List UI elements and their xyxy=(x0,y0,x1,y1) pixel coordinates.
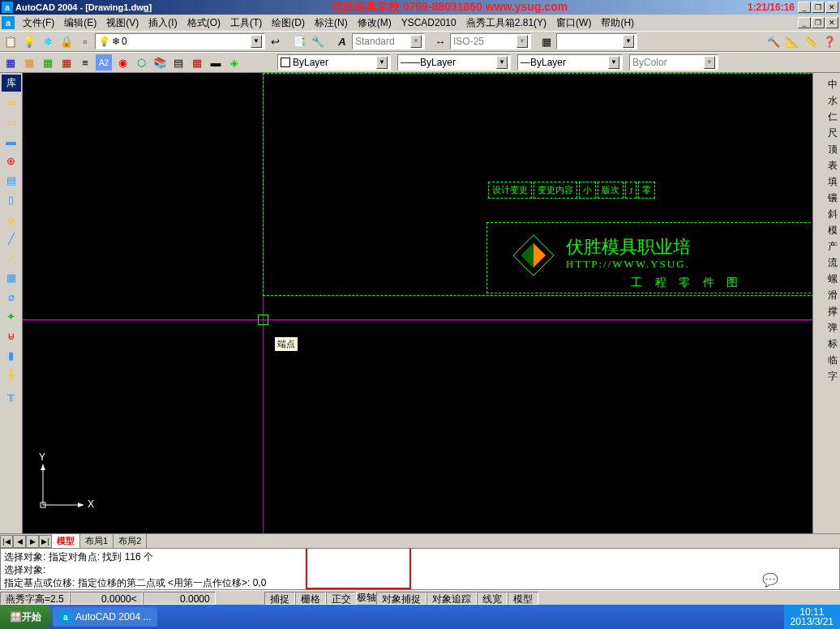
grid1-icon[interactable]: ▦ xyxy=(2,53,19,71)
rtool-3[interactable]: 尺 xyxy=(828,125,838,141)
plotstyle-combo[interactable]: ByColor▼ xyxy=(629,54,718,71)
tool-grid-icon[interactable]: ▦ xyxy=(2,268,20,286)
layer-tool-icon[interactable]: 🔧 xyxy=(309,32,327,50)
layer-combo[interactable]: 💡❄0▼ xyxy=(95,33,265,49)
menu-view[interactable]: 视图(V) xyxy=(101,15,144,32)
tab-next-button[interactable]: ▶ xyxy=(26,535,39,548)
rtool-8[interactable]: 斜 xyxy=(828,206,838,222)
menu-draw[interactable]: 绘图(D) xyxy=(267,15,310,32)
tool-circle-icon[interactable]: ⊕ xyxy=(2,152,20,169)
cube-icon[interactable]: ⬡ xyxy=(132,53,150,71)
rtool-5[interactable]: 表 xyxy=(828,157,838,173)
rtool-11[interactable]: 流 xyxy=(828,255,838,271)
layerstate-icon[interactable]: 📑 xyxy=(290,32,308,50)
rtool-2[interactable]: 仁 xyxy=(828,109,838,125)
tool-blue-icon[interactable]: ▬ xyxy=(2,132,20,150)
close-button[interactable]: ✕ xyxy=(825,2,838,13)
table-icon[interactable]: ▤ xyxy=(169,53,187,71)
menu-yanxiu[interactable]: 燕秀工具箱2.81(Y) xyxy=(461,15,551,32)
tool-yellow-icon[interactable]: ▭ xyxy=(2,113,20,131)
tool-last-icon[interactable]: ╥ xyxy=(2,385,20,403)
tab-layout2[interactable]: 布局2 xyxy=(113,533,147,549)
tool-green-icon[interactable]: ✦ xyxy=(2,307,20,325)
status-snap[interactable]: 捕捉 xyxy=(264,592,295,605)
tablestyle-combo[interactable]: ▼ xyxy=(556,33,637,49)
rtool-12[interactable]: 螺 xyxy=(828,271,838,287)
rtool-0[interactable]: 中 xyxy=(828,76,838,92)
layer-lock-icon[interactable]: 🔒 xyxy=(58,32,75,50)
rtool-16[interactable]: 标 xyxy=(828,336,838,352)
lines-icon[interactable]: ▬ xyxy=(207,53,225,71)
rtool-7[interactable]: 镶 xyxy=(828,190,838,206)
status-otrack[interactable]: 对象追踪 xyxy=(426,592,477,605)
drawing-canvas[interactable]: 端点 设计变更变更内容小版次J零 伏胜模具职业培 HTTP://WWW.YSUG… xyxy=(23,73,812,533)
menu-window[interactable]: 窗口(W) xyxy=(551,15,596,32)
menu-tools[interactable]: 工具(T) xyxy=(225,15,267,32)
vertical-scrollbar[interactable] xyxy=(812,73,825,533)
status-lwt[interactable]: 线宽 xyxy=(477,592,508,605)
linetype-combo[interactable]: —— ByLayer▼ xyxy=(397,54,511,71)
tool-phi-icon[interactable]: ⌀ xyxy=(2,288,20,306)
layers-icon[interactable]: 📚 xyxy=(151,53,169,71)
rtool-14[interactable]: 撑 xyxy=(828,303,838,319)
tab-last-button[interactable]: ▶| xyxy=(39,535,52,548)
tool-diag-icon[interactable]: ⟋ xyxy=(2,249,20,267)
menu-edit[interactable]: 编辑(E) xyxy=(59,15,101,32)
tool-trim-icon[interactable]: ╫ xyxy=(2,366,20,383)
rtool-10[interactable]: 产 xyxy=(828,238,838,255)
list-icon[interactable]: ≡ xyxy=(76,53,94,71)
a2-icon[interactable]: A2 xyxy=(95,53,113,71)
menu-format[interactable]: 格式(O) xyxy=(182,15,225,32)
tool1-icon[interactable]: 🔨 xyxy=(765,32,782,50)
rtool-9[interactable]: 模 xyxy=(828,222,838,238)
menu-file[interactable]: 文件(F) xyxy=(18,15,59,32)
rtool-6[interactable]: 填 xyxy=(828,173,838,190)
dimstyle-combo[interactable]: ISO-25▼ xyxy=(450,33,531,49)
rtool-18[interactable]: 字 xyxy=(828,368,838,384)
status-ortho[interactable]: 正交 xyxy=(326,592,357,605)
tool-hatch-icon[interactable]: ▤ xyxy=(2,171,20,189)
layer-manager-icon[interactable]: 📋 xyxy=(2,32,19,50)
tool3-icon[interactable]: 📏 xyxy=(802,32,820,50)
mdi-icon[interactable]: a xyxy=(2,16,15,29)
menu-modify[interactable]: 修改(M) xyxy=(353,15,396,32)
tool4-icon[interactable]: ❓ xyxy=(821,32,838,50)
layer-misc-icon[interactable]: ▫ xyxy=(76,32,94,50)
tablestyle-icon[interactable]: ▦ xyxy=(538,32,555,50)
cmd-current[interactable]: 指定基点或位移: 指定位移的第二点或 <用第一点作位移>: 0,0 xyxy=(4,576,836,589)
taskbar-app-button[interactable]: aAutoCAD 2004 ... xyxy=(53,607,157,627)
start-button[interactable]: 🪟 开始 xyxy=(0,605,51,629)
menu-insert[interactable]: 插入(I) xyxy=(144,15,182,32)
status-grid[interactable]: 栅格 xyxy=(295,592,326,605)
minimize-button[interactable]: _ xyxy=(798,2,811,13)
redgrid-icon[interactable]: ▦ xyxy=(188,53,206,71)
layer-freeze-icon[interactable]: ❄ xyxy=(39,32,57,50)
system-tray[interactable]: 10:11 2013/3/21 xyxy=(784,605,840,629)
rtool-17[interactable]: 临 xyxy=(828,352,838,368)
menu-yscad[interactable]: YSCAD2010 xyxy=(396,15,461,30)
status-osnap[interactable]: 对象捕捉 xyxy=(376,592,426,605)
menu-help[interactable]: 帮助(H) xyxy=(596,15,639,32)
tool-slash-icon[interactable]: ╱ xyxy=(2,229,20,247)
maximize-button[interactable]: ❐ xyxy=(812,2,825,13)
rtool-1[interactable]: 水 xyxy=(828,92,838,109)
layer-prev-icon[interactable]: ↩ xyxy=(266,32,284,50)
status-model[interactable]: 模型 xyxy=(508,592,538,605)
rtool-15[interactable]: 弹 xyxy=(828,319,838,336)
dimstyle-icon[interactable]: ↔ xyxy=(431,32,449,50)
tool-union-icon[interactable]: ⊎ xyxy=(2,327,20,344)
redcircle-icon[interactable]: ◉ xyxy=(114,53,131,71)
tool-bar-icon[interactable]: ▮ xyxy=(2,346,20,364)
tab-layout1[interactable]: 布局1 xyxy=(79,533,114,549)
rtool-13[interactable]: 滑 xyxy=(828,287,838,303)
grid2-icon[interactable]: ▦ xyxy=(20,53,38,71)
color-combo[interactable]: ByLayer▼ xyxy=(277,54,391,71)
layer-on-icon[interactable]: 💡 xyxy=(20,32,38,50)
tool-section-icon[interactable]: ▯ xyxy=(2,190,20,208)
tool-line-icon[interactable]: ═ xyxy=(2,93,20,111)
grid4-icon[interactable]: ▦ xyxy=(58,53,75,71)
tool2-icon[interactable]: 📐 xyxy=(783,32,801,50)
tab-first-button[interactable]: |◀ xyxy=(0,535,13,548)
greenicon[interactable]: ◈ xyxy=(225,53,243,71)
lineweight-combo[interactable]: — ByLayer▼ xyxy=(517,54,623,71)
